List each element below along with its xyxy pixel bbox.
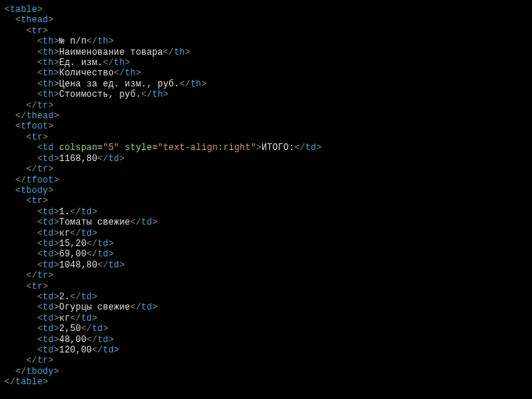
r0c2: кг [59,228,70,239]
tag-table: table [10,4,37,15]
code-block: <table> <thead> <tr> <th>№ п/п</th> <th>… [0,0,532,392]
tag-th: th [43,36,54,47]
r1c2: кг [59,313,70,324]
th-1: Наименование товара [59,47,163,58]
val-style: "text-align:right" [157,143,256,153]
r0c4: 69,00 [59,249,86,259]
tag-td: td [43,143,54,153]
r0c1: Томаты свежие [59,217,130,228]
tag-tbody: tbody [21,185,48,196]
val-colspan: "5" [103,143,119,153]
r1c3: 2,50 [59,324,81,334]
tag-thead: thead [21,15,48,25]
th-3: Количество [59,68,114,78]
th-5: Стоимость, руб. [59,89,141,100]
th-0: № п/п [59,36,86,47]
footer-label: ИТОГО: [262,143,294,153]
th-2: Ед. изм. [59,58,103,68]
r1c0: 2. [59,292,70,302]
r0c3: 15,20 [59,239,86,249]
r1c1: Огурцы свежие [59,302,130,313]
r0c5: 1048,80 [59,260,98,270]
r1c4: 48,00 [59,335,86,345]
tag-tfoot: tfoot [21,121,48,132]
tag-tr: tr [32,26,43,36]
th-4: Цена за ед. изм., руб. [59,79,180,89]
attr-style: style [125,143,152,153]
r0c0: 1. [59,207,70,217]
r1c5: 120,00 [59,345,92,355]
footer-total: 1168,80 [59,154,98,164]
attr-colspan: colspan [59,143,98,153]
